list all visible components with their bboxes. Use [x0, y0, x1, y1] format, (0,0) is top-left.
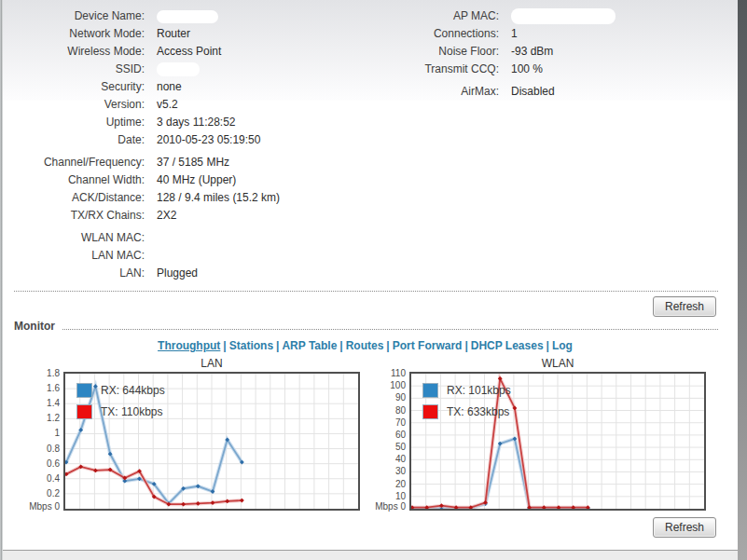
tab-throughput[interactable]: Throughput [158, 339, 220, 352]
redacted-device-name [157, 10, 218, 23]
link-separator: | [339, 339, 342, 352]
status-section: Device Name: Network Mode:Router Wireles… [14, 7, 747, 282]
monitor-tabs: Throughput|Stations|ARP Table|Routes|Por… [14, 339, 716, 352]
info-row-wlan-mac: WLAN MAC: [14, 229, 747, 247]
plot-area: RX: 644kbpsTX: 110kbps [63, 372, 360, 511]
tx-color-swatch [76, 404, 92, 419]
tab-log[interactable]: Log [552, 339, 573, 352]
info-row-lan: LAN:Plugged [14, 265, 747, 282]
tab-routes[interactable]: Routes [346, 339, 384, 352]
section-divider [14, 291, 718, 292]
info-row-connections: Connections:1 [373, 25, 616, 43]
tx-color-swatch [422, 404, 438, 419]
info-row-date: Date:2010-05-23 05:19:50 [14, 131, 747, 149]
info-row-noise-floor: Noise Floor:-93 dBm [373, 43, 616, 61]
monitor-divider [62, 329, 718, 330]
lan-throughput-chart: LAN1.81.61.41.210.80.60.40.2Mbps 0RX: 64… [26, 357, 360, 511]
info-row-airmax: AirMax:Disabled [373, 83, 616, 101]
window-right-edge [738, 0, 747, 560]
tab-port-forward[interactable]: Port Forward [393, 339, 463, 352]
y-tick-label: 1 [54, 428, 60, 438]
info-row-uptime: Uptime:3 days 11:28:52 [14, 114, 747, 131]
y-tick-label: 1.4 [47, 398, 60, 408]
chart-title: LAN [63, 357, 360, 372]
y-tick-label: 40 [395, 454, 406, 464]
y-tick-label: 90 [395, 392, 406, 403]
y-axis-labels: 110100908070605040302010Mbps 0 [372, 372, 409, 511]
status-page: Device Name: Network Mode:Router Wireles… [0, 0, 747, 538]
footer-bar [0, 550, 747, 560]
plot-area: RX: 101kbpsTX: 633kbps [409, 372, 706, 511]
redacted-ap-mac [511, 8, 616, 24]
link-separator: | [464, 339, 467, 352]
y-tick-label: 0.6 [47, 458, 60, 469]
refresh-monitor-button[interactable]: Refresh [653, 517, 716, 538]
info-row-lan-mac: LAN MAC: [14, 247, 747, 265]
legend-rx-item: RX: 101kbps [422, 383, 511, 398]
legend-tx-item: TX: 110kbps [76, 404, 165, 419]
y-tick-label: 10 [395, 491, 406, 501]
link-separator: | [276, 339, 279, 352]
legend-label: TX: 110kbps [101, 405, 162, 418]
link-separator: | [386, 339, 389, 352]
info-row-txrx-chains: TX/RX Chains:2X2 [14, 207, 747, 225]
y-tick-label: 1.8 [47, 368, 60, 378]
link-separator: | [546, 339, 549, 352]
window-left-edge [0, 0, 3, 560]
tab-dhcp-leases[interactable]: DHCP Leases [471, 339, 544, 352]
legend-label: RX: 644kbps [101, 384, 165, 397]
legend-rx-item: RX: 644kbps [76, 383, 165, 398]
rx-color-swatch [422, 383, 438, 398]
info-row-ap-mac: AP MAC: [373, 7, 616, 25]
status-right-column: AP MAC: Connections:1 Noise Floor:-93 dB… [373, 7, 616, 101]
y-tick-label: 70 [395, 417, 406, 428]
y-axis-labels: 1.81.61.41.210.80.60.40.2Mbps 0 [26, 372, 63, 511]
legend-tx-item: TX: 633kbps [422, 404, 511, 419]
rx-color-swatch [76, 383, 92, 398]
chart-legend: RX: 101kbpsTX: 633kbps [422, 383, 511, 426]
y-axis-unit-label: Mbps 0 [375, 501, 406, 512]
monitor-section-header: Monitor [14, 320, 747, 333]
y-tick-label: 0.4 [47, 473, 60, 484]
y-tick-label: 1.2 [47, 413, 60, 423]
info-row-ack-distance: ACK/Distance:128 / 9.4 miles (15.2 km) [14, 189, 747, 207]
y-tick-label: 80 [395, 405, 406, 416]
monitor-title: Monitor [14, 320, 55, 333]
legend-label: RX: 101kbps [447, 384, 511, 397]
y-axis-unit-label: Mbps 0 [29, 501, 60, 512]
y-tick-label: 1.6 [47, 383, 60, 393]
info-row-transmit-ccq: Transmit CCQ:100 % [373, 61, 616, 78]
tab-stations[interactable]: Stations [229, 339, 273, 352]
y-tick-label: 20 [395, 479, 406, 489]
link-separator: | [223, 339, 226, 352]
y-tick-label: 30 [395, 466, 406, 476]
chart-legend: RX: 644kbpsTX: 110kbps [76, 383, 165, 426]
throughput-charts: LAN1.81.61.41.210.80.60.40.2Mbps 0RX: 64… [26, 357, 747, 511]
y-tick-label: 100 [390, 380, 406, 390]
refresh-status-button[interactable]: Refresh [653, 296, 716, 317]
y-tick-label: 50 [395, 442, 406, 452]
info-row-channel-frequency: Channel/Frequency:37 / 5185 MHz [14, 154, 747, 171]
y-tick-label: 60 [395, 430, 406, 440]
wlan-throughput-chart: WLAN110100908070605040302010Mbps 0RX: 10… [372, 357, 706, 511]
y-tick-label: 0.8 [47, 444, 60, 454]
tab-arp-table[interactable]: ARP Table [282, 339, 337, 352]
info-row-channel-width: Channel Width:40 MHz (Upper) [14, 171, 747, 189]
y-tick-label: 0.2 [47, 488, 60, 499]
y-tick-label: 110 [391, 368, 406, 378]
redacted-ssid [157, 62, 200, 76]
chart-title: WLAN [409, 357, 706, 372]
legend-label: TX: 633kbps [447, 405, 509, 418]
